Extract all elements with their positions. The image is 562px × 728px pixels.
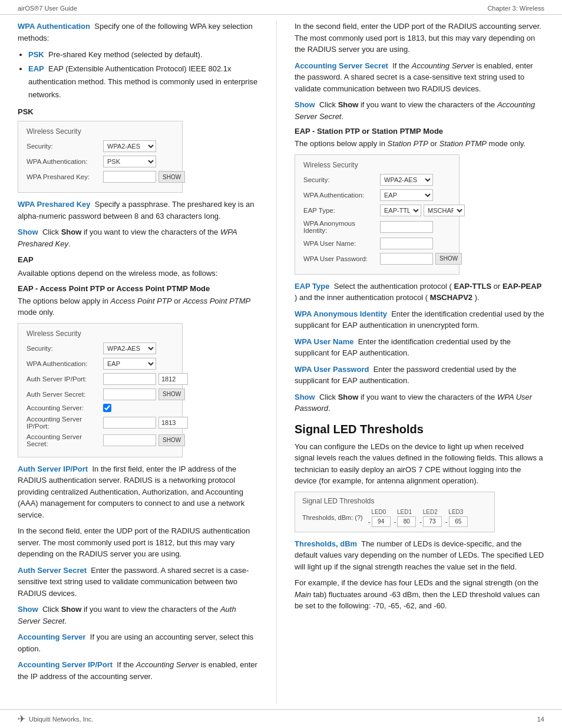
auth-secret-term: Auth Server Secret [18, 566, 87, 575]
led1-input[interactable] [397, 516, 416, 527]
eap-sta-type-select2[interactable]: MSCHAPV2 [424, 205, 465, 216]
show-wpa-pass-term: Show [295, 393, 315, 401]
led3-input-wrap: - [444, 516, 468, 527]
eap-station-italic1: Station PTP [388, 139, 428, 148]
eap-sta-username-input[interactable] [380, 238, 433, 249]
example-italic: Main [295, 590, 311, 599]
psk-wpa-auth-label: WPA Authentication: [27, 158, 103, 165]
eap-station-text3: mode only. [489, 139, 526, 148]
led1-cell: LED1 - [393, 509, 416, 527]
psk-preshared-row: WPA Preshared Key: SHOW [27, 171, 174, 183]
eap-ap-acct-ip-row: Accounting Server IP/Port: [27, 416, 174, 430]
psk-security-row: Security: WPA2-AES [27, 140, 174, 152]
eap-ap-acct-secret-input[interactable] [103, 434, 156, 446]
accounting-ip-term: Accounting Server IP/Port [18, 660, 113, 669]
led0-cell: LED0 - [367, 509, 391, 527]
eap-ap-auth-secret-show-button[interactable]: SHOW [158, 388, 185, 400]
radius-text: In the second field, enter the UDP port … [295, 21, 544, 55]
show-wpa-bold: Show [61, 228, 82, 236]
psk-wireless-security-box: Wireless Security Security: WPA2-AES WPA… [18, 121, 183, 193]
show-auth-bold: Show [61, 605, 82, 614]
eap-ap-text2: or [174, 297, 183, 305]
eap-sta-type-select1[interactable]: EAP-TTLS [380, 205, 421, 216]
eap-desc: EAP (Extensible Authentication Protocol)… [28, 64, 257, 99]
eap-ap-security-select[interactable]: WPA2-AES [103, 342, 156, 354]
led1-header: LED1 [397, 509, 412, 515]
eap-sta-type-row: EAP Type: EAP-TTLS MSCHAPV2 [303, 205, 451, 216]
thresholds-term: Thresholds, dBm [295, 539, 357, 548]
eap-ap-wireless-security-box: Wireless Security Security: WPA2-AES WPA… [18, 323, 183, 457]
eap-ap-auth-server-input[interactable] [103, 373, 156, 385]
company-name: Ubiquiti Networks, Inc. [29, 716, 93, 723]
eap-station-italic2: Station PTMP [439, 139, 487, 148]
eap-type-term: EAP Type [295, 282, 329, 291]
led2-dash: - [419, 518, 422, 525]
eap-ap-italic2: Access Point PTMP [183, 297, 250, 305]
eap-ap-text3: mode only. [18, 308, 55, 317]
show-acct-text1: Click [319, 100, 338, 109]
eap-station-wireless-security-box: Wireless Security Security: WPA2-AES WPA… [295, 154, 459, 275]
show-wpa-text2: if you want to view the characters of th… [84, 228, 220, 236]
led3-input[interactable] [449, 516, 468, 527]
eap-station-box-title: Wireless Security [303, 161, 451, 169]
eap-ap-auth-secret-row: Auth Server Secret: SHOW [27, 388, 174, 400]
eap-station-text2: or [431, 139, 439, 148]
eap-sta-type-label: EAP Type: [303, 207, 380, 214]
psk-show-button[interactable]: SHOW [158, 171, 185, 183]
show-wpa-term: Show [18, 228, 38, 236]
led3-dash: - [445, 518, 448, 525]
eap-ap-accounting-checkbox[interactable] [103, 404, 111, 412]
led2-input-wrap: - [418, 516, 442, 527]
eap-sta-wpa-auth-select[interactable]: EAP [380, 189, 433, 201]
show-wpa-pass-bold: Show [338, 393, 359, 401]
led0-dash: - [368, 518, 371, 525]
signal-led-box: Signal LED Thresholds Thresholds, dBm: (… [295, 492, 495, 532]
eap-section-heading: EAP [18, 255, 259, 264]
acct-secret-term: Accounting Server Secret [295, 61, 388, 70]
wpa-anon-term: WPA Anonymous Identity [295, 309, 387, 318]
eap-intro: Available options depend on the wireless… [18, 268, 259, 279]
signal-led-box-title: Signal LED Thresholds [302, 497, 487, 505]
eap-ap-wpa-auth-select[interactable]: EAP [103, 358, 156, 370]
led2-cell: LED2 - [418, 509, 442, 527]
eap-ap-acct-secret-show-button[interactable]: SHOW [158, 434, 185, 446]
eap-station-heading: EAP - Station PTP or Station PTMP Mode [295, 127, 544, 136]
psk-preshared-input[interactable] [103, 171, 156, 183]
show-acct-text2: if you want to view the characters of th… [361, 100, 497, 109]
eap-ap-acct-port-input[interactable] [158, 417, 188, 429]
eap-sta-anon-input[interactable] [380, 221, 433, 233]
eap-ap-text1: The options below apply in [18, 297, 111, 305]
show-auth-text1: Click [42, 605, 61, 614]
signal-led-heading: Signal LED Thresholds [295, 423, 544, 436]
psk-security-select[interactable]: WPA2-AES [103, 140, 156, 152]
eap-ap-auth-secret-input[interactable] [103, 388, 156, 400]
led2-input[interactable] [423, 516, 442, 527]
led0-header: LED0 [371, 509, 386, 515]
eap-ap-auth-server-label: Auth Server IP/Port: [27, 375, 103, 383]
eap-sta-security-select[interactable]: WPA2-AES [380, 174, 433, 186]
led0-input[interactable] [372, 516, 391, 527]
example-text2: tab) fluctuates around -63 dBm, then the… [295, 590, 540, 611]
header-right: Chapter 3: Wireless [487, 5, 544, 12]
psk-security-label: Security: [27, 143, 103, 150]
eap-ap-accounting-label: Accounting Server: [27, 404, 103, 411]
right-column: In the second field, enter the UDP port … [277, 21, 562, 703]
led-thresholds-row: Thresholds, dBm: (?) LED0 - LED1 - [302, 509, 487, 527]
bullet-eap: EAP EAP (Extensible Authentication Proto… [28, 62, 259, 101]
eap-ap-acct-ip-input[interactable] [103, 417, 156, 429]
led2-header: LED2 [423, 509, 438, 515]
psk-wpa-auth-select[interactable]: PSK [103, 156, 156, 167]
eap-ap-auth-port-input[interactable] [158, 373, 188, 385]
eap-ap-acct-secret-label: Accounting Server Secret: [27, 433, 103, 447]
eap-sta-password-show-button[interactable]: SHOW [435, 253, 462, 265]
eap-sta-password-row: WPA User Password: SHOW [303, 253, 451, 265]
auth-server-text2: In the second field, enter the UDP port … [18, 525, 259, 560]
eap-sta-password-input[interactable] [380, 253, 433, 265]
example-text1: For example, if the device has four LEDs… [295, 578, 538, 587]
psk-section-heading: PSK [18, 107, 259, 116]
eap-ap-heading: EAP - Access Point PTP or Access Point P… [18, 284, 259, 293]
wpa-bullet-list: PSK Pre-shared Key method (selected by d… [28, 48, 259, 101]
eap-sta-wpa-auth-label: WPA Authentication: [303, 192, 380, 199]
eap-ap-security-label: Security: [27, 345, 103, 352]
show-acct-term: Show [295, 100, 315, 109]
